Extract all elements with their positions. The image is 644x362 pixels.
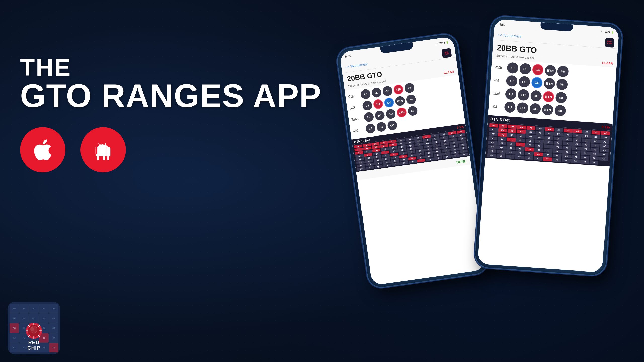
logo-card: KJ — [39, 313, 49, 323]
pos-btn-3bet[interactable]: BTN — [396, 107, 407, 118]
front-card-cell: J4 — [572, 142, 581, 146]
front-grid-title: BTN 3-Bet — [490, 117, 510, 123]
front-card-cell: Q9 — [497, 145, 506, 150]
store-buttons — [20, 127, 321, 172]
front-card-cell: Q8 — [497, 150, 506, 154]
pos-btn-call1[interactable]: BTN — [395, 96, 406, 106]
front-pos-hj-call2[interactable]: HJ — [517, 102, 529, 114]
phones-container: 5:51 ▪▪▪ WiFi 🔋 ‹ < Tournament — [297, 10, 624, 352]
pos-hj-call1[interactable]: HJ — [373, 99, 384, 109]
card-cell: 72 — [460, 153, 468, 156]
pos-lj-call1[interactable]: LJ — [362, 100, 373, 111]
front-card-cell: T6 — [553, 145, 562, 149]
pos-hj-open[interactable]: HJ — [371, 87, 382, 98]
nav-back-button[interactable]: ‹ < Tournament — [345, 62, 368, 69]
front-pos-lj-call2[interactable]: LJ — [504, 101, 516, 113]
front-card-cell: Q7 — [496, 154, 505, 158]
nav-back-label: < Tournament — [347, 62, 368, 69]
pos-label-3bet: 3-Bet — [351, 116, 363, 121]
logo-card: AK — [19, 304, 29, 313]
front-pos-lj-3bet[interactable]: LJ — [505, 88, 517, 100]
front-card-cell: Q3 — [582, 138, 591, 143]
front-card-cell: J9 — [526, 139, 535, 143]
front-card-cell: K3 — [591, 135, 600, 139]
pos-co-call1[interactable]: CO — [384, 97, 394, 108]
front-pos-btn-call2[interactable]: BTN — [542, 104, 554, 116]
front-card-cell: K9 — [488, 145, 497, 149]
front-pos-lj-open[interactable]: LJ — [507, 62, 519, 74]
front-pos-hj-3bet[interactable]: HJ — [517, 89, 529, 101]
front-pos-co-call1[interactable]: CO — [531, 77, 543, 89]
android-store-button[interactable] — [80, 127, 126, 172]
pos-btn-open[interactable]: BTN — [393, 84, 404, 95]
headline-main: GTO RANGES APP — [20, 79, 321, 112]
front-pos-sb-open[interactable]: SB — [557, 66, 569, 77]
pos-lj-open[interactable]: LJ — [360, 89, 371, 100]
front-status-icons: ▪▪▪ WiFi 🔋 — [601, 30, 614, 34]
pos-co-open[interactable]: CO — [382, 86, 393, 97]
front-card-cell: 98 — [534, 148, 543, 152]
card-cell: A7 — [357, 167, 366, 171]
front-card-cell: AJ — [517, 125, 526, 129]
pos-sb-call1[interactable]: SB — [406, 94, 416, 105]
pos-lj-call2[interactable]: LJ — [365, 123, 376, 134]
front-card-cell: A3 — [591, 130, 600, 135]
pos-co-3bet[interactable]: CO — [385, 109, 396, 119]
done-button[interactable]: DONE — [456, 159, 467, 164]
front-pos-btn-open[interactable]: BTN — [544, 65, 556, 76]
front-pos-co-call2[interactable]: CO — [529, 103, 541, 115]
front-card-cell: Q4 — [572, 138, 581, 142]
front-card-cell: A4 — [582, 130, 591, 134]
front-nav-back[interactable]: ‹ < Tournament — [498, 33, 521, 38]
front-card-cell: Q8 — [535, 135, 544, 139]
front-pos-hj-open[interactable]: HJ — [519, 63, 531, 75]
card-cell: 73 — [451, 154, 460, 158]
front-pos-hj-call1[interactable]: HJ — [518, 76, 530, 88]
front-pos-co-open[interactable]: CO — [532, 64, 544, 76]
front-pos-sb-3bet[interactable]: SB — [555, 92, 567, 104]
pos-hj-call2[interactable]: HJ — [376, 121, 387, 132]
logo-text-line1: RED — [28, 340, 39, 345]
front-clear-button[interactable]: CLEAR — [602, 61, 613, 65]
front-pos-co-3bet[interactable]: CO — [530, 90, 542, 102]
front-card-cell: J8 — [535, 139, 544, 144]
battery-icon: 🔋 — [611, 31, 614, 34]
front-card-cell: J3 — [581, 143, 590, 147]
front-card-cell: KQ — [507, 129, 516, 133]
pos-hj-3bet[interactable]: HJ — [374, 110, 385, 121]
front-card-cell: 83 — [580, 155, 589, 160]
front-card-cell: 87 — [543, 153, 552, 157]
apple-store-button[interactable] — [20, 127, 65, 172]
clear-button[interactable]: CLEAR — [443, 70, 454, 75]
front-card-cell: 73 — [580, 160, 589, 164]
logo-card: AA — [10, 304, 19, 313]
front-card-cell: 97 — [524, 156, 533, 160]
front-card-cell: AK — [499, 124, 508, 128]
front-card-cell-as: AS — [564, 128, 573, 133]
front-card-cell: T3 — [581, 147, 590, 151]
front-card-cell: Q6 — [554, 136, 563, 141]
pos-co-call2[interactable]: CO — [387, 120, 398, 131]
pos-sb-open[interactable]: SB — [404, 82, 415, 93]
phone-front-app: 5:50 ▪▪▪ WiFi 🔋 ‹ < Tournament — [478, 19, 619, 273]
pos-lj-3bet[interactable]: LJ — [364, 112, 374, 122]
front-pos-sb-call2[interactable]: SB — [554, 105, 566, 116]
front-card-cell: K9 — [535, 131, 544, 135]
logo-text-line2: CHIP — [27, 345, 41, 351]
front-card-cell: 75 — [561, 158, 571, 163]
front-card-cell: T8 — [515, 151, 524, 155]
front-card-cell: KQ — [489, 132, 498, 136]
front-card-cell: 82 — [590, 156, 599, 160]
front-card-cell: T4 — [572, 146, 581, 151]
card-cell: K7 — [366, 166, 374, 170]
front-card-cell: AQ — [600, 135, 610, 140]
pos-sb-3bet[interactable]: SB — [407, 106, 418, 116]
front-card-cell: JT — [507, 142, 516, 146]
front-pos-btn-3bet[interactable]: BTN — [543, 91, 554, 103]
front-pos-btn-call1[interactable]: BTN — [544, 78, 555, 89]
front-card-cell: K7 — [487, 153, 496, 157]
front-card-cell: 93 — [581, 151, 590, 155]
front-pos-sb-call1[interactable]: SB — [556, 79, 568, 90]
front-pos-lj-call1[interactable]: LJ — [506, 75, 518, 87]
front-card-cell: Q7 — [544, 136, 553, 140]
